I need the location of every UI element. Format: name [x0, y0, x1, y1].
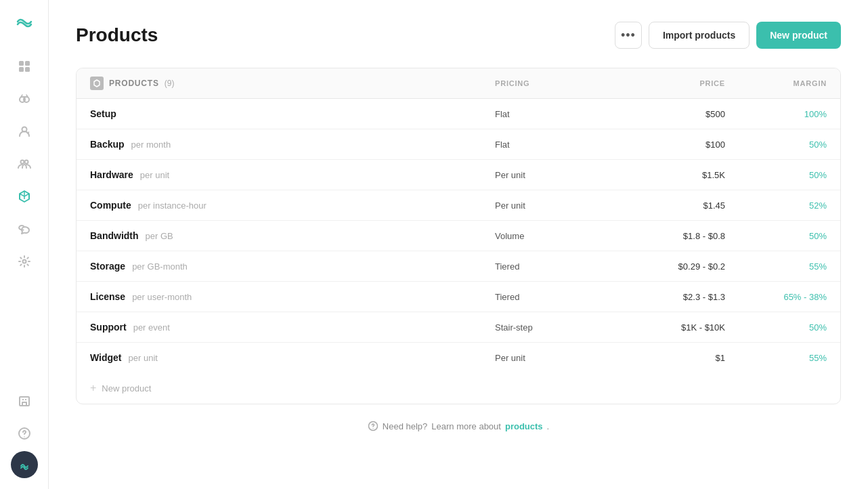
row-unit: per user-month: [132, 292, 192, 302]
logo[interactable]: [14, 11, 35, 35]
table-row[interactable]: Hardware per unit Per unit $1.5K 50%: [77, 160, 840, 190]
row-price: $1: [603, 353, 725, 363]
row-name-col: Storage per GB-month: [90, 261, 495, 272]
row-pricing: Stair-step: [495, 322, 603, 333]
row-margin: 55%: [725, 261, 827, 272]
svg-rect-1: [25, 61, 30, 66]
row-name-col: Hardware per unit: [90, 169, 495, 180]
sidebar-item-dashboard[interactable]: [9, 51, 39, 81]
row-name: Setup: [90, 108, 116, 119]
row-price: $0.29 - $0.2: [603, 261, 725, 272]
row-price: $100: [603, 140, 725, 150]
row-name-col: Compute per instance-hour: [90, 200, 495, 211]
row-margin: 65% - 38%: [725, 292, 827, 302]
row-pricing: Tiered: [495, 292, 603, 302]
user-avatar[interactable]: [11, 451, 38, 478]
row-unit: per instance-hour: [138, 200, 207, 211]
sidebar-item-chat[interactable]: [9, 214, 39, 244]
svg-rect-11: [22, 399, 24, 400]
row-margin: 52%: [725, 200, 827, 211]
page-title: Products: [76, 24, 158, 46]
products-table: PRODUCTS (9) PRICING PRICE MARGIN Setup …: [76, 68, 841, 404]
add-product-row[interactable]: + New product: [77, 373, 840, 404]
svg-point-7: [20, 161, 24, 164]
row-pricing: Flat: [495, 109, 603, 119]
help-text: Need help?: [383, 421, 428, 431]
table-row[interactable]: Compute per instance-hour Per unit $1.45…: [77, 190, 840, 221]
add-icon: +: [90, 382, 96, 394]
row-price: $2.3 - $1.3: [603, 292, 725, 302]
row-name-col: Setup: [90, 108, 495, 119]
row-name: Storage: [90, 261, 125, 272]
row-price: $1K - $10K: [603, 322, 725, 333]
sidebar-item-team[interactable]: [9, 149, 39, 179]
row-name: License: [90, 291, 125, 302]
row-margin: 50%: [725, 322, 827, 333]
row-name: Support: [90, 322, 127, 333]
header-actions: ••• Import products New product: [615, 22, 841, 49]
row-name-col: Support per event: [90, 322, 495, 333]
svg-rect-10: [20, 397, 29, 406]
table-row[interactable]: Backup per month Flat $100 50%: [77, 129, 840, 160]
new-product-button[interactable]: New product: [756, 22, 841, 49]
sidebar: [0, 0, 49, 489]
row-unit: per GB-month: [132, 261, 188, 272]
table-row[interactable]: Storage per GB-month Tiered $0.29 - $0.2…: [77, 251, 840, 282]
main-content: Products ••• Import products New product…: [49, 0, 868, 489]
table-row[interactable]: Bandwidth per GB Volume $1.8 - $0.8 50%: [77, 221, 840, 251]
table-row[interactable]: Widget per unit Per unit $1 55%: [77, 343, 840, 373]
row-pricing: Flat: [495, 140, 603, 150]
sidebar-item-help[interactable]: [9, 419, 39, 448]
row-unit: per month: [131, 140, 171, 150]
row-name: Bandwidth: [90, 230, 139, 241]
more-options-button[interactable]: •••: [615, 22, 642, 49]
help-products-link[interactable]: products: [505, 421, 543, 431]
row-margin: 50%: [725, 140, 827, 150]
products-count: (9): [165, 79, 175, 88]
help-period: .: [547, 421, 550, 431]
row-margin: 100%: [725, 109, 827, 119]
row-margin: 50%: [725, 170, 827, 180]
table-column-headers: PRODUCTS (9) PRICING PRICE MARGIN: [77, 68, 840, 99]
sidebar-item-clients[interactable]: [9, 116, 39, 146]
row-name: Hardware: [90, 169, 133, 180]
table-row[interactable]: Setup Flat $500 100%: [77, 99, 840, 129]
row-pricing: Per unit: [495, 200, 603, 211]
page-header: Products ••• Import products New product: [76, 22, 841, 49]
help-description: Learn more about: [431, 421, 501, 431]
sidebar-item-products[interactable]: [9, 182, 39, 211]
table-row[interactable]: License per user-month Tiered $2.3 - $1.…: [77, 282, 840, 312]
import-products-button[interactable]: Import products: [649, 22, 750, 49]
row-pricing: Tiered: [495, 261, 603, 272]
column-header-margin: MARGIN: [725, 79, 827, 87]
products-icon: [90, 77, 104, 90]
row-name-col: Backup per month: [90, 139, 495, 150]
row-price: $1.8 - $0.8: [603, 231, 725, 241]
svg-point-14: [24, 436, 25, 438]
row-pricing: Per unit: [495, 170, 603, 180]
row-name: Widget: [90, 352, 122, 363]
table-body: Setup Flat $500 100% Backup per month Fl…: [77, 99, 840, 373]
row-price: $500: [603, 109, 725, 119]
sidebar-item-settings[interactable]: [9, 247, 39, 276]
svg-point-9: [22, 260, 26, 263]
sidebar-item-reports[interactable]: [9, 84, 39, 114]
column-header-price: PRICE: [603, 79, 725, 87]
help-footer: Need help? Learn more about products .: [76, 421, 841, 431]
help-icon: [368, 421, 378, 431]
row-name: Compute: [90, 200, 131, 211]
sidebar-item-building[interactable]: [9, 386, 39, 416]
svg-point-16: [372, 428, 373, 429]
svg-point-8: [24, 161, 28, 164]
svg-rect-3: [25, 67, 30, 72]
row-price: $1.45: [603, 200, 725, 211]
row-name-col: Bandwidth per GB: [90, 230, 495, 241]
table-row[interactable]: Support per event Stair-step $1K - $10K …: [77, 312, 840, 343]
svg-rect-0: [19, 61, 24, 66]
row-name: Backup: [90, 139, 125, 150]
row-margin: 55%: [725, 353, 827, 363]
column-header-pricing: PRICING: [495, 79, 603, 87]
row-unit: per GB: [146, 231, 173, 241]
row-unit: per unit: [140, 170, 169, 180]
row-margin: 50%: [725, 231, 827, 241]
